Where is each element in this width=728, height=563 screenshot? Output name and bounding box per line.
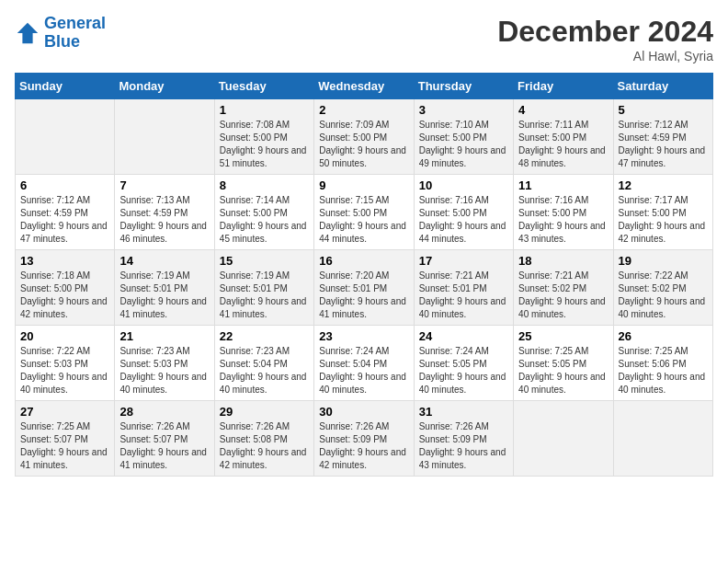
calendar-cell: 24 Sunrise: 7:24 AM Sunset: 5:05 PM Dayl…: [414, 326, 513, 401]
day-info: Sunrise: 7:26 AM Sunset: 5:09 PM Dayligh…: [419, 420, 508, 472]
day-number: 21: [119, 329, 209, 343]
col-sunday: Sunday: [16, 74, 115, 99]
calendar-cell: [514, 401, 613, 477]
calendar-cell: 9 Sunrise: 7:15 AM Sunset: 5:00 PM Dayli…: [314, 175, 414, 250]
day-number: 30: [319, 405, 408, 419]
day-info: Sunrise: 7:19 AM Sunset: 5:01 PM Dayligh…: [220, 270, 309, 321]
day-number: 10: [419, 178, 508, 192]
calendar-cell: 13 Sunrise: 7:18 AM Sunset: 5:00 PM Dayl…: [16, 250, 115, 326]
logo: General Blue: [15, 15, 106, 52]
day-number: 31: [419, 405, 508, 419]
calendar-cell: 15 Sunrise: 7:19 AM Sunset: 5:01 PM Dayl…: [214, 250, 313, 326]
calendar-cell: 7 Sunrise: 7:13 AM Sunset: 4:59 PM Dayli…: [115, 175, 214, 250]
calendar-cell: 10 Sunrise: 7:16 AM Sunset: 5:00 PM Dayl…: [414, 175, 513, 250]
month-title: December 2024: [497, 15, 713, 49]
day-info: Sunrise: 7:11 AM Sunset: 5:00 PM Dayligh…: [518, 119, 608, 170]
day-info: Sunrise: 7:25 AM Sunset: 5:07 PM Dayligh…: [20, 420, 109, 472]
day-info: Sunrise: 7:08 AM Sunset: 5:00 PM Dayligh…: [220, 119, 309, 170]
header-row: Sunday Monday Tuesday Wednesday Thursday…: [16, 74, 713, 99]
day-info: Sunrise: 7:16 AM Sunset: 5:00 PM Dayligh…: [419, 194, 508, 246]
svg-marker-0: [17, 23, 38, 43]
calendar-cell: 18 Sunrise: 7:21 AM Sunset: 5:02 PM Dayl…: [514, 250, 613, 326]
calendar-cell: 12 Sunrise: 7:17 AM Sunset: 5:00 PM Dayl…: [613, 175, 712, 250]
logo-general: General: [44, 14, 106, 32]
calendar-cell: [16, 99, 115, 175]
calendar-cell: 28 Sunrise: 7:26 AM Sunset: 5:07 PM Dayl…: [115, 401, 214, 477]
day-number: 2: [319, 103, 408, 117]
calendar-cell: 20 Sunrise: 7:22 AM Sunset: 5:03 PM Dayl…: [16, 326, 115, 401]
day-info: Sunrise: 7:25 AM Sunset: 5:06 PM Dayligh…: [619, 345, 708, 396]
day-number: 3: [419, 103, 508, 117]
day-number: 29: [220, 405, 309, 419]
calendar-cell: [115, 99, 214, 175]
day-info: Sunrise: 7:12 AM Sunset: 4:59 PM Dayligh…: [20, 194, 109, 246]
calendar-week-2: 13 Sunrise: 7:18 AM Sunset: 5:00 PM Dayl…: [16, 250, 713, 326]
day-number: 15: [220, 254, 309, 268]
calendar-cell: 5 Sunrise: 7:12 AM Sunset: 4:59 PM Dayli…: [613, 99, 712, 175]
day-info: Sunrise: 7:26 AM Sunset: 5:09 PM Dayligh…: [319, 420, 408, 472]
day-info: Sunrise: 7:21 AM Sunset: 5:02 PM Dayligh…: [518, 270, 608, 321]
day-number: 28: [119, 405, 209, 419]
calendar-cell: 29 Sunrise: 7:26 AM Sunset: 5:08 PM Dayl…: [214, 401, 313, 477]
day-info: Sunrise: 7:23 AM Sunset: 5:04 PM Dayligh…: [220, 345, 309, 396]
day-number: 8: [220, 178, 309, 192]
day-info: Sunrise: 7:12 AM Sunset: 4:59 PM Dayligh…: [619, 119, 708, 170]
day-number: 26: [619, 329, 708, 343]
calendar-cell: 6 Sunrise: 7:12 AM Sunset: 4:59 PM Dayli…: [16, 175, 115, 250]
location: Al Hawl, Syria: [497, 49, 713, 63]
calendar-cell: 27 Sunrise: 7:25 AM Sunset: 5:07 PM Dayl…: [16, 401, 115, 477]
day-number: 4: [518, 103, 608, 117]
day-number: 27: [20, 405, 109, 419]
day-number: 16: [319, 254, 408, 268]
calendar-cell: 2 Sunrise: 7:09 AM Sunset: 5:00 PM Dayli…: [314, 99, 414, 175]
calendar-cell: 11 Sunrise: 7:16 AM Sunset: 5:00 PM Dayl…: [514, 175, 613, 250]
day-number: 14: [119, 254, 209, 268]
day-number: 25: [518, 329, 608, 343]
col-friday: Friday: [514, 74, 613, 99]
day-number: 7: [119, 178, 209, 192]
calendar-cell: 4 Sunrise: 7:11 AM Sunset: 5:00 PM Dayli…: [514, 99, 613, 175]
day-number: 1: [220, 103, 309, 117]
day-info: Sunrise: 7:25 AM Sunset: 5:05 PM Dayligh…: [518, 345, 608, 396]
calendar-cell: 23 Sunrise: 7:24 AM Sunset: 5:04 PM Dayl…: [314, 326, 414, 401]
calendar-cell: 21 Sunrise: 7:23 AM Sunset: 5:03 PM Dayl…: [115, 326, 214, 401]
calendar-cell: 8 Sunrise: 7:14 AM Sunset: 5:00 PM Dayli…: [214, 175, 313, 250]
calendar-cell: 3 Sunrise: 7:10 AM Sunset: 5:00 PM Dayli…: [414, 99, 513, 175]
calendar-week-1: 6 Sunrise: 7:12 AM Sunset: 4:59 PM Dayli…: [16, 175, 713, 250]
calendar-week-0: 1 Sunrise: 7:08 AM Sunset: 5:00 PM Dayli…: [16, 99, 713, 175]
col-monday: Monday: [115, 74, 214, 99]
day-number: 17: [419, 254, 508, 268]
col-tuesday: Tuesday: [214, 74, 313, 99]
day-info: Sunrise: 7:14 AM Sunset: 5:00 PM Dayligh…: [220, 194, 309, 246]
day-info: Sunrise: 7:21 AM Sunset: 5:01 PM Dayligh…: [419, 270, 508, 321]
calendar-cell: 17 Sunrise: 7:21 AM Sunset: 5:01 PM Dayl…: [414, 250, 513, 326]
day-number: 11: [518, 178, 608, 192]
day-number: 9: [319, 178, 408, 192]
day-info: Sunrise: 7:22 AM Sunset: 5:03 PM Dayligh…: [20, 345, 109, 396]
day-info: Sunrise: 7:26 AM Sunset: 5:08 PM Dayligh…: [220, 420, 309, 472]
day-info: Sunrise: 7:15 AM Sunset: 5:00 PM Dayligh…: [319, 194, 408, 246]
logo-icon: [15, 20, 40, 46]
calendar-cell: 1 Sunrise: 7:08 AM Sunset: 5:00 PM Dayli…: [214, 99, 313, 175]
day-info: Sunrise: 7:09 AM Sunset: 5:00 PM Dayligh…: [319, 119, 408, 170]
day-info: Sunrise: 7:17 AM Sunset: 5:00 PM Dayligh…: [619, 194, 708, 246]
calendar-table: Sunday Monday Tuesday Wednesday Thursday…: [15, 73, 713, 477]
day-info: Sunrise: 7:16 AM Sunset: 5:00 PM Dayligh…: [518, 194, 608, 246]
day-number: 20: [20, 329, 109, 343]
calendar-cell: 16 Sunrise: 7:20 AM Sunset: 5:01 PM Dayl…: [314, 250, 414, 326]
day-info: Sunrise: 7:26 AM Sunset: 5:07 PM Dayligh…: [119, 420, 209, 472]
day-number: 6: [20, 178, 109, 192]
day-number: 22: [220, 329, 309, 343]
page-header: General Blue December 2024 Al Hawl, Syri…: [15, 15, 713, 63]
col-saturday: Saturday: [613, 74, 712, 99]
col-thursday: Thursday: [414, 74, 513, 99]
calendar-cell: 25 Sunrise: 7:25 AM Sunset: 5:05 PM Dayl…: [514, 326, 613, 401]
day-number: 23: [319, 329, 408, 343]
day-number: 18: [518, 254, 608, 268]
day-info: Sunrise: 7:24 AM Sunset: 5:04 PM Dayligh…: [319, 345, 408, 396]
day-info: Sunrise: 7:20 AM Sunset: 5:01 PM Dayligh…: [319, 270, 408, 321]
day-number: 24: [419, 329, 508, 343]
day-number: 13: [20, 254, 109, 268]
calendar-cell: 30 Sunrise: 7:26 AM Sunset: 5:09 PM Dayl…: [314, 401, 414, 477]
day-number: 12: [619, 178, 708, 192]
